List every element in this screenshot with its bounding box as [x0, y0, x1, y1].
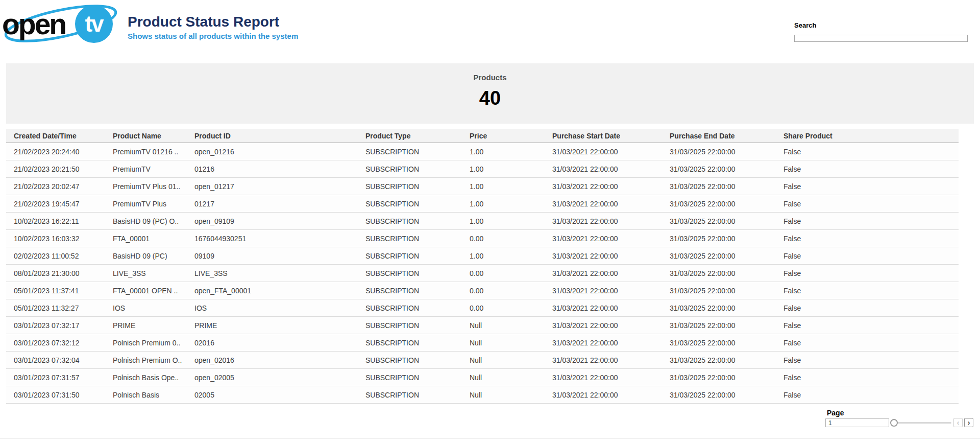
table-row[interactable]: 03/01/2023 07:32:12Polnisch Premium 0..0…	[6, 334, 959, 352]
table-cell: 31/03/2021 22:00:00	[552, 391, 670, 399]
table-header: Created Date/Time Product Name Product I…	[6, 129, 959, 143]
table-cell: 10/02/2023 16:03:32	[14, 235, 113, 243]
table-cell: 31/03/2025 22:00:00	[670, 287, 783, 295]
table-cell: IOS	[194, 304, 365, 312]
table-cell: False	[783, 304, 959, 312]
table-cell: 0.00	[470, 269, 552, 277]
table-cell: False	[783, 182, 959, 191]
column-header-product-id[interactable]: Product ID	[194, 132, 365, 140]
page-slider[interactable]	[890, 418, 952, 427]
table-cell: 0.00	[470, 235, 552, 243]
table-row[interactable]: 03/01/2023 07:32:17PRIMEPRIMESUBSCRIPTIO…	[6, 317, 959, 334]
table-cell: 21/02/2023 20:24:40	[14, 148, 113, 156]
table-cell: 02/02/2023 11:00:52	[14, 252, 113, 260]
table-cell: 31/03/2025 22:00:00	[670, 391, 783, 399]
table-cell: Null	[470, 321, 552, 330]
column-header-product-type[interactable]: Product Type	[365, 132, 470, 140]
table-cell: 05/01/2023 11:32:27	[14, 304, 113, 312]
table-row[interactable]: 21/02/2023 20:21:50PremiumTV01216SUBSCRI…	[6, 160, 959, 178]
column-header-share-product[interactable]: Share Product	[783, 132, 959, 140]
table-cell: open_FTA_00001	[194, 287, 365, 295]
table-cell: 21/02/2023 20:02:47	[14, 182, 113, 191]
page-slider-handle[interactable]	[890, 419, 898, 427]
table-cell: Polnisch Premium O..	[113, 356, 194, 364]
table-cell: SUBSCRIPTION	[365, 235, 470, 243]
table-cell: 03/01/2023 07:32:17	[14, 321, 113, 330]
table-cell: 02005	[194, 391, 365, 399]
table-cell: Null	[470, 356, 552, 364]
table-cell: SUBSCRIPTION	[365, 252, 470, 260]
table-cell: Null	[470, 391, 552, 399]
table-row[interactable]: 03/01/2023 07:31:50Polnisch Basis02005SU…	[6, 386, 959, 404]
table-cell: False	[783, 235, 959, 243]
table-cell: 31/03/2025 22:00:00	[670, 165, 783, 173]
logo-tv-text: tv	[85, 11, 104, 36]
table-cell: PRIME	[194, 321, 365, 330]
table-cell: PremiumTV	[113, 165, 194, 173]
bottom-divider	[0, 438, 980, 439]
report-header: Product Status Report Shows status of al…	[128, 14, 298, 40]
table-row[interactable]: 21/02/2023 19:45:47PremiumTV Plus01217SU…	[6, 195, 959, 213]
page-title: Product Status Report	[128, 14, 298, 30]
column-header-product-name[interactable]: Product Name	[113, 132, 194, 140]
table-cell: 1.00	[470, 165, 552, 173]
table-cell: BasisHD 09 (PC)	[113, 252, 194, 260]
table-cell: IOS	[113, 304, 194, 312]
column-header-price[interactable]: Price	[470, 132, 552, 140]
table-cell: 31/03/2025 22:00:00	[670, 356, 783, 364]
table-cell: 08/01/2023 21:30:00	[14, 269, 113, 277]
table-cell: SUBSCRIPTION	[365, 321, 470, 330]
table-row[interactable]: 10/02/2023 16:22:11BasisHD 09 (PC) O..op…	[6, 213, 959, 230]
table-cell: 31/03/2021 22:00:00	[552, 321, 670, 330]
table-cell: Polnisch Premium 0..	[113, 339, 194, 347]
table-cell: 05/01/2023 11:37:41	[14, 287, 113, 295]
table-cell: 31/03/2021 22:00:00	[552, 235, 670, 243]
chevron-right-icon: ›	[968, 418, 970, 427]
table-cell: 31/03/2021 22:00:00	[552, 269, 670, 277]
table-cell: SUBSCRIPTION	[365, 165, 470, 173]
table-row[interactable]: 21/02/2023 20:02:47PremiumTV Plus 01..op…	[6, 178, 959, 195]
search-input[interactable]	[794, 35, 968, 42]
table-cell: open_02005	[194, 374, 365, 382]
table-cell: 03/01/2023 07:32:12	[14, 339, 113, 347]
table-cell: SUBSCRIPTION	[365, 217, 470, 225]
next-page-button[interactable]: ›	[964, 418, 973, 427]
column-header-created-date[interactable]: Created Date/Time	[14, 132, 113, 140]
table-row[interactable]: 03/01/2023 07:32:04Polnisch Premium O..o…	[6, 352, 959, 369]
table-row[interactable]: 05/01/2023 11:32:27IOSIOSSUBSCRIPTION0.0…	[6, 299, 959, 317]
table-cell: FTA_00001	[113, 235, 194, 243]
table-row[interactable]: 21/02/2023 20:24:40PremiumTV 01216 ..ope…	[6, 143, 959, 160]
table-cell: 1.00	[470, 200, 552, 208]
table-cell: SUBSCRIPTION	[365, 374, 470, 382]
table-row[interactable]: 02/02/2023 11:00:52BasisHD 09 (PC)09109S…	[6, 247, 959, 265]
table-cell: 31/03/2021 22:00:00	[552, 339, 670, 347]
table-cell: 09109	[194, 252, 365, 260]
table-row[interactable]: 08/01/2023 21:30:00LIVE_3SSLIVE_3SSSUBSC…	[6, 265, 959, 282]
table-cell: False	[783, 356, 959, 364]
table-cell: 03/01/2023 07:31:57	[14, 374, 113, 382]
previous-page-button[interactable]: ‹	[953, 418, 963, 427]
table-cell: SUBSCRIPTION	[365, 287, 470, 295]
page-slider-track[interactable]	[894, 422, 951, 424]
table-cell: SUBSCRIPTION	[365, 200, 470, 208]
table-cell: 21/02/2023 20:21:50	[14, 165, 113, 173]
page-number-input[interactable]	[825, 418, 889, 427]
table-cell: 31/03/2021 22:00:00	[552, 252, 670, 260]
column-header-purchase-start[interactable]: Purchase Start Date	[552, 132, 670, 140]
table-cell: False	[783, 165, 959, 173]
table-cell: 31/03/2021 22:00:00	[552, 217, 670, 225]
table-cell: 1.00	[470, 252, 552, 260]
table-cell: 1.00	[470, 182, 552, 191]
summary-label: Products	[473, 73, 506, 82]
table-cell: 10/02/2023 16:22:11	[14, 217, 113, 225]
table-row[interactable]: 05/01/2023 11:37:41FTA_00001 OPEN ..open…	[6, 282, 959, 299]
table-cell: SUBSCRIPTION	[365, 356, 470, 364]
table-row[interactable]: 03/01/2023 07:31:57Polnisch Basis Ope..o…	[6, 369, 959, 386]
table-body: 21/02/2023 20:24:40PremiumTV 01216 ..ope…	[6, 143, 959, 404]
products-table: Created Date/Time Product Name Product I…	[6, 129, 959, 404]
table-cell: False	[783, 321, 959, 330]
table-row[interactable]: 10/02/2023 16:03:32FTA_00001167604493025…	[6, 230, 959, 247]
table-cell: Null	[470, 374, 552, 382]
column-header-purchase-end[interactable]: Purchase End Date	[670, 132, 783, 140]
table-cell: PremiumTV Plus 01..	[113, 182, 194, 191]
